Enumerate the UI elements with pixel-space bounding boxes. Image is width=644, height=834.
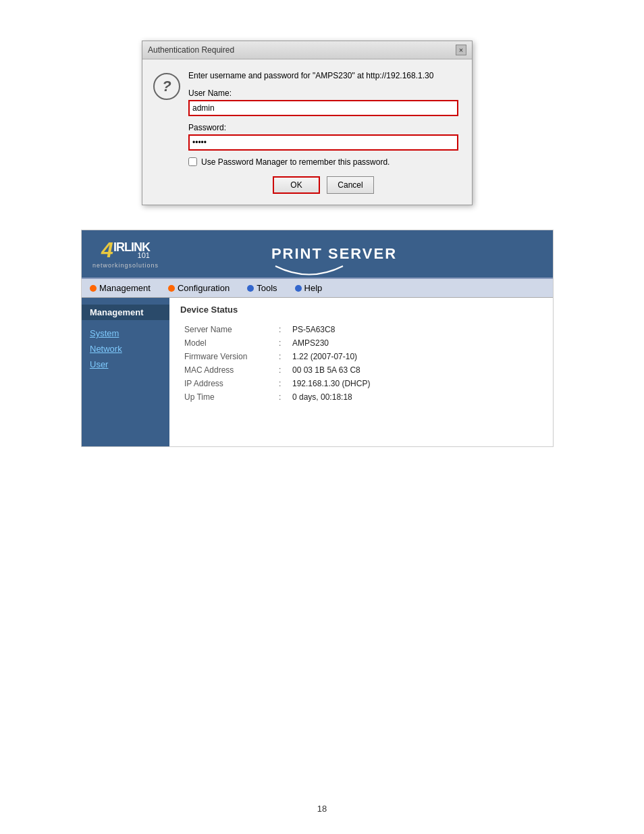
field-firmware: Firmware Version <box>180 350 275 363</box>
table-row: Up Time : 0 days, 00:18:18 <box>180 390 542 404</box>
question-icon: ? <box>153 73 180 100</box>
dialog-content: Enter username and password for "AMPS230… <box>188 70 458 194</box>
remember-password-row: Use Password Manager to remember this pa… <box>188 157 458 167</box>
nav-configuration[interactable]: Configuration <box>165 282 232 294</box>
field-server-name: Server Name <box>180 323 275 336</box>
content-heading: Device Status <box>180 305 542 315</box>
logo-4-icon: 4 <box>101 239 113 261</box>
value-ip: 192.168.1.30 (DHCP) <box>288 377 542 390</box>
value-mac: 00 03 1B 5A 63 C8 <box>288 363 542 377</box>
nav-configuration-label: Configuration <box>178 283 230 293</box>
value-server-name: PS-5A63C8 <box>288 323 542 336</box>
table-row: Firmware Version : 1.22 (2007-07-10) <box>180 350 542 363</box>
dialog-title: Authentication Required <box>148 45 234 55</box>
nav-tools[interactable]: Tools <box>244 282 279 294</box>
nav-help-label: Help <box>304 283 323 293</box>
username-input[interactable] <box>188 100 458 116</box>
dialog-message: Enter username and password for "AMPS230… <box>188 70 458 82</box>
nav-tools-label: Tools <box>257 283 277 293</box>
nav-dot-tools <box>247 285 254 292</box>
ps-title: Print Server <box>169 245 499 263</box>
table-row: Server Name : PS-5A63C8 <box>180 323 542 336</box>
value-model: AMPS230 <box>288 336 542 350</box>
sidebar-item-network[interactable]: Network <box>90 344 161 354</box>
sidebar-item-system[interactable]: System <box>90 328 161 338</box>
auth-dialog: Authentication Required × ? Enter userna… <box>142 41 473 205</box>
ok-button[interactable]: OK <box>273 176 320 194</box>
table-row: Model : AMPS230 <box>180 336 542 350</box>
remember-label: Use Password Manager to remember this pa… <box>201 157 390 167</box>
logo-101-text: 101 <box>138 252 150 259</box>
logo-subtitle: networkingsolutions <box>92 262 159 269</box>
dialog-body: ? Enter username and password for "AMPS2… <box>142 59 472 205</box>
value-uptime: 0 days, 00:18:18 <box>288 390 542 404</box>
ps-logo: 4 IRLINK 101 networkingsolutions <box>82 230 169 278</box>
ps-content: Device Status Server Name : PS-5A63C8 Mo… <box>169 298 553 446</box>
field-uptime: Up Time <box>180 390 275 404</box>
nav-help[interactable]: Help <box>292 282 325 294</box>
nav-dot-help <box>295 285 302 292</box>
page-number: 18 <box>317 804 327 814</box>
sidebar-item-user[interactable]: User <box>90 359 161 369</box>
field-mac: MAC Address <box>180 363 275 377</box>
cancel-button[interactable]: Cancel <box>327 176 374 194</box>
ps-header: 4 IRLINK 101 networkingsolutions Print S… <box>82 230 553 278</box>
ps-sidebar: Management System Network User <box>82 298 169 446</box>
password-label: Password: <box>188 123 458 132</box>
field-model: Model <box>180 336 275 350</box>
remember-checkbox[interactable] <box>188 157 197 166</box>
nav-management[interactable]: Management <box>87 282 153 294</box>
field-ip: IP Address <box>180 377 275 390</box>
ps-main: Management System Network User Device St… <box>82 298 553 446</box>
password-input[interactable] <box>188 134 458 151</box>
dialog-titlebar: Authentication Required × <box>142 41 472 59</box>
nav-management-label: Management <box>99 283 151 293</box>
logo-airlink: 4 IRLINK 101 <box>101 239 150 261</box>
close-button[interactable]: × <box>456 45 466 55</box>
sidebar-heading: Management <box>82 305 169 320</box>
nav-dot-configuration <box>168 285 175 292</box>
value-firmware: 1.22 (2007-07-10) <box>288 350 542 363</box>
print-server-panel: 4 IRLINK 101 networkingsolutions Print S… <box>81 230 554 447</box>
nav-dot-management <box>90 285 97 292</box>
username-label: User Name: <box>188 88 458 98</box>
table-row: IP Address : 192.168.1.30 (DHCP) <box>180 377 542 390</box>
table-row: MAC Address : 00 03 1B 5A 63 C8 <box>180 363 542 377</box>
dialog-buttons: OK Cancel <box>188 176 458 194</box>
curve-decoration <box>269 263 350 283</box>
device-status-table: Server Name : PS-5A63C8 Model : AMPS230 … <box>180 323 542 404</box>
